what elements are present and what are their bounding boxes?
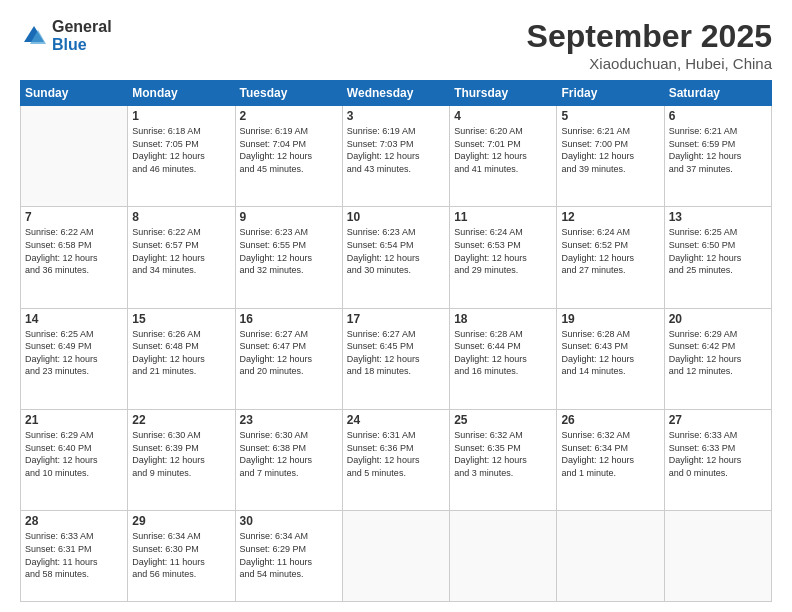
weekday-saturday: Saturday xyxy=(664,81,771,106)
calendar-cell: 17Sunrise: 6:27 AM Sunset: 6:45 PM Dayli… xyxy=(342,308,449,409)
day-info: Sunrise: 6:20 AM Sunset: 7:01 PM Dayligh… xyxy=(454,125,552,175)
day-number: 9 xyxy=(240,210,338,224)
day-info: Sunrise: 6:29 AM Sunset: 6:40 PM Dayligh… xyxy=(25,429,123,479)
day-info: Sunrise: 6:25 AM Sunset: 6:50 PM Dayligh… xyxy=(669,226,767,276)
calendar-cell: 13Sunrise: 6:25 AM Sunset: 6:50 PM Dayli… xyxy=(664,207,771,308)
day-info: Sunrise: 6:23 AM Sunset: 6:55 PM Dayligh… xyxy=(240,226,338,276)
day-info: Sunrise: 6:21 AM Sunset: 7:00 PM Dayligh… xyxy=(561,125,659,175)
calendar-cell: 10Sunrise: 6:23 AM Sunset: 6:54 PM Dayli… xyxy=(342,207,449,308)
weekday-monday: Monday xyxy=(128,81,235,106)
weekday-tuesday: Tuesday xyxy=(235,81,342,106)
day-number: 19 xyxy=(561,312,659,326)
day-info: Sunrise: 6:33 AM Sunset: 6:31 PM Dayligh… xyxy=(25,530,123,580)
day-number: 12 xyxy=(561,210,659,224)
title-block: September 2025 Xiaoduchuan, Hubei, China xyxy=(527,18,772,72)
calendar-cell: 18Sunrise: 6:28 AM Sunset: 6:44 PM Dayli… xyxy=(450,308,557,409)
day-number: 25 xyxy=(454,413,552,427)
day-number: 1 xyxy=(132,109,230,123)
day-number: 16 xyxy=(240,312,338,326)
logo: General Blue xyxy=(20,18,112,53)
location-title: Xiaoduchuan, Hubei, China xyxy=(527,55,772,72)
day-info: Sunrise: 6:24 AM Sunset: 6:53 PM Dayligh… xyxy=(454,226,552,276)
calendar-cell: 6Sunrise: 6:21 AM Sunset: 6:59 PM Daylig… xyxy=(664,106,771,207)
day-info: Sunrise: 6:34 AM Sunset: 6:30 PM Dayligh… xyxy=(132,530,230,580)
day-number: 30 xyxy=(240,514,338,528)
logo-general: General xyxy=(52,18,112,36)
page: General Blue September 2025 Xiaoduchuan,… xyxy=(0,0,792,612)
calendar-cell: 20Sunrise: 6:29 AM Sunset: 6:42 PM Dayli… xyxy=(664,308,771,409)
week-row-2: 14Sunrise: 6:25 AM Sunset: 6:49 PM Dayli… xyxy=(21,308,772,409)
calendar-cell: 27Sunrise: 6:33 AM Sunset: 6:33 PM Dayli… xyxy=(664,409,771,510)
calendar-cell: 25Sunrise: 6:32 AM Sunset: 6:35 PM Dayli… xyxy=(450,409,557,510)
day-number: 5 xyxy=(561,109,659,123)
weekday-thursday: Thursday xyxy=(450,81,557,106)
day-number: 15 xyxy=(132,312,230,326)
calendar-cell: 2Sunrise: 6:19 AM Sunset: 7:04 PM Daylig… xyxy=(235,106,342,207)
calendar-cell xyxy=(21,106,128,207)
month-title: September 2025 xyxy=(527,18,772,55)
day-number: 24 xyxy=(347,413,445,427)
calendar-cell: 1Sunrise: 6:18 AM Sunset: 7:05 PM Daylig… xyxy=(128,106,235,207)
day-number: 28 xyxy=(25,514,123,528)
day-number: 17 xyxy=(347,312,445,326)
day-info: Sunrise: 6:30 AM Sunset: 6:38 PM Dayligh… xyxy=(240,429,338,479)
day-info: Sunrise: 6:22 AM Sunset: 6:58 PM Dayligh… xyxy=(25,226,123,276)
day-number: 13 xyxy=(669,210,767,224)
weekday-friday: Friday xyxy=(557,81,664,106)
day-number: 8 xyxy=(132,210,230,224)
day-info: Sunrise: 6:31 AM Sunset: 6:36 PM Dayligh… xyxy=(347,429,445,479)
calendar-cell: 19Sunrise: 6:28 AM Sunset: 6:43 PM Dayli… xyxy=(557,308,664,409)
day-number: 21 xyxy=(25,413,123,427)
logo-icon xyxy=(20,22,48,50)
calendar-cell: 12Sunrise: 6:24 AM Sunset: 6:52 PM Dayli… xyxy=(557,207,664,308)
day-info: Sunrise: 6:29 AM Sunset: 6:42 PM Dayligh… xyxy=(669,328,767,378)
calendar-cell: 5Sunrise: 6:21 AM Sunset: 7:00 PM Daylig… xyxy=(557,106,664,207)
day-number: 14 xyxy=(25,312,123,326)
day-number: 2 xyxy=(240,109,338,123)
day-number: 23 xyxy=(240,413,338,427)
day-info: Sunrise: 6:27 AM Sunset: 6:45 PM Dayligh… xyxy=(347,328,445,378)
calendar-cell: 4Sunrise: 6:20 AM Sunset: 7:01 PM Daylig… xyxy=(450,106,557,207)
day-info: Sunrise: 6:28 AM Sunset: 6:43 PM Dayligh… xyxy=(561,328,659,378)
logo-text: General Blue xyxy=(52,18,112,53)
day-info: Sunrise: 6:32 AM Sunset: 6:35 PM Dayligh… xyxy=(454,429,552,479)
day-number: 27 xyxy=(669,413,767,427)
calendar-cell: 7Sunrise: 6:22 AM Sunset: 6:58 PM Daylig… xyxy=(21,207,128,308)
calendar-cell: 29Sunrise: 6:34 AM Sunset: 6:30 PM Dayli… xyxy=(128,511,235,602)
day-number: 26 xyxy=(561,413,659,427)
calendar-cell: 21Sunrise: 6:29 AM Sunset: 6:40 PM Dayli… xyxy=(21,409,128,510)
day-info: Sunrise: 6:18 AM Sunset: 7:05 PM Dayligh… xyxy=(132,125,230,175)
day-info: Sunrise: 6:33 AM Sunset: 6:33 PM Dayligh… xyxy=(669,429,767,479)
calendar-cell: 30Sunrise: 6:34 AM Sunset: 6:29 PM Dayli… xyxy=(235,511,342,602)
day-info: Sunrise: 6:24 AM Sunset: 6:52 PM Dayligh… xyxy=(561,226,659,276)
day-number: 10 xyxy=(347,210,445,224)
day-number: 20 xyxy=(669,312,767,326)
day-number: 7 xyxy=(25,210,123,224)
calendar-cell xyxy=(342,511,449,602)
day-number: 22 xyxy=(132,413,230,427)
day-info: Sunrise: 6:25 AM Sunset: 6:49 PM Dayligh… xyxy=(25,328,123,378)
week-row-3: 21Sunrise: 6:29 AM Sunset: 6:40 PM Dayli… xyxy=(21,409,772,510)
day-number: 4 xyxy=(454,109,552,123)
calendar-cell xyxy=(557,511,664,602)
day-info: Sunrise: 6:19 AM Sunset: 7:04 PM Dayligh… xyxy=(240,125,338,175)
calendar-cell: 8Sunrise: 6:22 AM Sunset: 6:57 PM Daylig… xyxy=(128,207,235,308)
day-info: Sunrise: 6:27 AM Sunset: 6:47 PM Dayligh… xyxy=(240,328,338,378)
day-number: 29 xyxy=(132,514,230,528)
calendar-cell: 23Sunrise: 6:30 AM Sunset: 6:38 PM Dayli… xyxy=(235,409,342,510)
calendar-cell: 11Sunrise: 6:24 AM Sunset: 6:53 PM Dayli… xyxy=(450,207,557,308)
logo-blue: Blue xyxy=(52,36,112,54)
day-info: Sunrise: 6:21 AM Sunset: 6:59 PM Dayligh… xyxy=(669,125,767,175)
calendar-cell: 26Sunrise: 6:32 AM Sunset: 6:34 PM Dayli… xyxy=(557,409,664,510)
week-row-1: 7Sunrise: 6:22 AM Sunset: 6:58 PM Daylig… xyxy=(21,207,772,308)
calendar-cell: 9Sunrise: 6:23 AM Sunset: 6:55 PM Daylig… xyxy=(235,207,342,308)
day-info: Sunrise: 6:19 AM Sunset: 7:03 PM Dayligh… xyxy=(347,125,445,175)
day-info: Sunrise: 6:23 AM Sunset: 6:54 PM Dayligh… xyxy=(347,226,445,276)
weekday-header-row: SundayMondayTuesdayWednesdayThursdayFrid… xyxy=(21,81,772,106)
day-info: Sunrise: 6:32 AM Sunset: 6:34 PM Dayligh… xyxy=(561,429,659,479)
day-info: Sunrise: 6:34 AM Sunset: 6:29 PM Dayligh… xyxy=(240,530,338,580)
weekday-wednesday: Wednesday xyxy=(342,81,449,106)
day-info: Sunrise: 6:28 AM Sunset: 6:44 PM Dayligh… xyxy=(454,328,552,378)
calendar-cell: 22Sunrise: 6:30 AM Sunset: 6:39 PM Dayli… xyxy=(128,409,235,510)
calendar-cell: 28Sunrise: 6:33 AM Sunset: 6:31 PM Dayli… xyxy=(21,511,128,602)
